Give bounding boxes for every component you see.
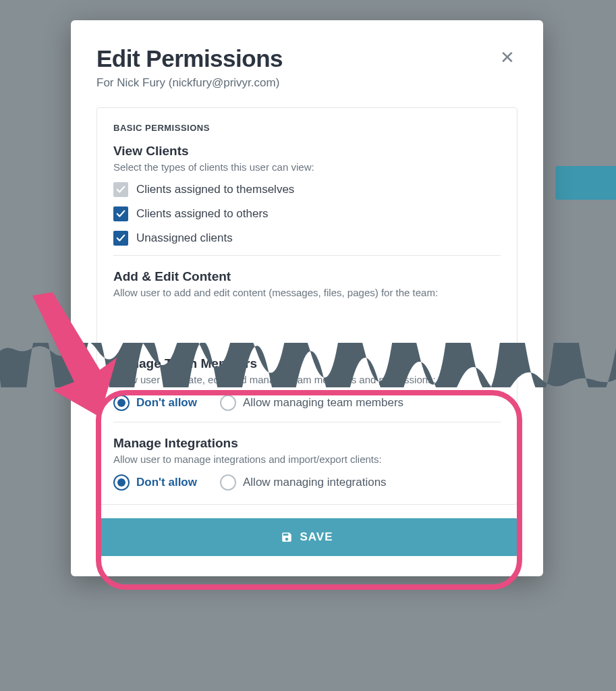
permissions-panel: BASIC PERMISSIONS View Clients Select th… <box>96 107 517 505</box>
checkbox-label: Clients assigned to themselves <box>136 183 294 196</box>
radio-icon[interactable] <box>113 474 130 491</box>
checkbox-label: Unassigned clients <box>136 231 233 245</box>
radio-label: Allow managing integrations <box>243 476 387 489</box>
checkbox-icon[interactable] <box>113 231 128 246</box>
radio-team-dont-allow[interactable]: Don't allow <box>113 395 197 411</box>
basic-permissions-label: BASIC PERMISSIONS <box>113 123 501 133</box>
view-clients-desc: Select the types of clients this user ca… <box>113 161 501 173</box>
checkbox-clients-others[interactable]: Clients assigned to others <box>113 206 501 221</box>
save-button-label: SAVE <box>300 530 333 544</box>
radio-integrations-allow[interactable]: Allow managing integrations <box>220 474 387 491</box>
radio-integrations-dont-allow[interactable]: Don't allow <box>113 474 197 491</box>
radio-icon[interactable] <box>220 474 236 491</box>
radio-label: Don't allow <box>136 476 197 489</box>
radio-icon[interactable] <box>220 395 236 411</box>
manage-integrations-radios: Don't allow Allow managing integrations <box>113 474 501 491</box>
checkbox-icon[interactable] <box>113 206 128 221</box>
checkbox-label: Clients assigned to others <box>136 207 269 221</box>
add-edit-desc: Allow user to add and edit content (mess… <box>113 287 501 298</box>
checkbox-clients-unassigned[interactable]: Unassigned clients <box>113 231 501 246</box>
close-icon[interactable]: ✕ <box>497 46 517 69</box>
manage-integrations-title: Manage Integrations <box>113 436 501 451</box>
manage-team-radios: Don't allow Allow managing team members <box>113 395 501 411</box>
radio-icon[interactable] <box>113 395 130 411</box>
modal-header: Edit Permissions For Nick Fury (nickfury… <box>96 46 517 90</box>
save-icon <box>281 531 293 543</box>
divider <box>113 255 501 256</box>
checkbox-clients-self: Clients assigned to themselves <box>113 182 501 197</box>
manage-integrations-desc: Allow user to manage integrations and im… <box>113 453 501 465</box>
add-edit-title: Add & Edit Content <box>113 269 501 284</box>
view-clients-title: View Clients <box>113 144 501 159</box>
background-button-fragment <box>555 166 616 200</box>
radio-team-allow[interactable]: Allow managing team members <box>220 395 403 411</box>
radio-label: Allow managing team members <box>243 396 403 410</box>
radio-label: Don't allow <box>136 396 197 410</box>
edit-permissions-modal: Edit Permissions For Nick Fury (nickfury… <box>71 20 543 576</box>
divider <box>113 422 501 422</box>
checkbox-icon <box>113 182 128 197</box>
modal-subtitle: For Nick Fury (nickfury@privyr.com) <box>96 76 283 90</box>
save-button[interactable]: SAVE <box>96 518 517 556</box>
torn-strip-decoration <box>0 343 616 387</box>
modal-title: Edit Permissions <box>96 46 283 72</box>
